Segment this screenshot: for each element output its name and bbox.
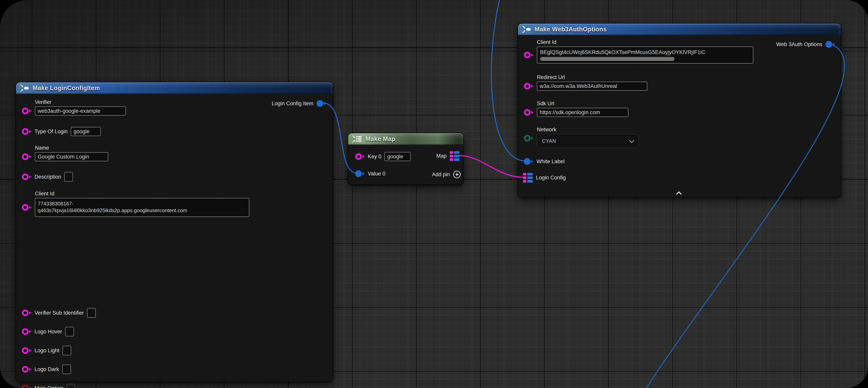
pin-label: Main Option [34,385,63,388]
map-output-pin[interactable] [450,151,459,161]
pin-row-logo-light: Logo Light [22,346,71,355]
field-group-verifier: Verifier web3auth-google-example [35,99,126,116]
verifier-input[interactable]: web3auth-google-example [35,107,126,116]
output-pin-label: Map [436,153,446,159]
output-row-web3auth-options: Web 3Auth Options [776,40,835,49]
node-title: Make Web3AuthOptions [534,26,607,33]
node-header-make-web3authoptions[interactable]: Make Web3AuthOptions [518,24,841,35]
pin-label: Sdk Url [537,100,554,107]
input-value: google [73,128,90,135]
verifier-pin[interactable] [22,108,31,114]
node-header-make-loginconfigitem[interactable]: Make LoginConfigItem [16,82,333,94]
node-title: Make LoginConfigItem [33,85,100,92]
output-pin-label: Login Config Item [272,100,313,107]
pin-row-login-config: Login Config [523,173,566,182]
login-config-pin[interactable] [523,173,533,183]
pin-label: Client Id [537,39,556,46]
verifier-sub-identifier-pin[interactable] [22,309,31,316]
main-option-checkbox[interactable] [66,384,75,388]
chevron-down-icon [629,138,634,143]
node-title: Make Map [365,136,395,143]
add-pin-label: Add pin [432,171,450,178]
node-make-map[interactable]: Make Map Key 0 google Map Value 0 Add pi… [348,133,464,185]
pin-label: Redirect Url [537,74,565,81]
add-pin-row[interactable]: Add pin [432,170,461,179]
make-struct-icon [522,25,531,33]
redirect-url-input[interactable]: w3a://com.w3a.Web3AuthUnreal [537,82,647,91]
name-pin[interactable] [22,153,31,160]
pin-row-main-option: Main Option [22,384,75,388]
sdk-url-input[interactable]: https://sdk.openlogin.com [537,108,628,117]
name-input[interactable]: Google Custom Login [35,152,108,161]
horizontal-scrollbar[interactable] [540,57,675,61]
network-pin[interactable] [524,135,533,142]
pin-row-value-0: Value 0 [355,169,385,178]
blueprint-graph-canvas[interactable]: Make LoginConfigItem Login Config Item V… [0,0,868,388]
input-value-line1: 774338308167- [38,200,247,207]
logo-dark-pin[interactable] [22,366,31,372]
input-value: https://sdk.openlogin.com [540,110,600,116]
client-id-pin[interactable] [22,204,31,211]
collapse-chevron-icon[interactable] [676,190,682,196]
wire-map-to-loginconfig[interactable] [459,155,524,177]
pin-label: Value 0 [368,171,385,177]
node-make-web3authoptions[interactable]: Make Web3AuthOptions Web 3Auth Options C… [518,23,841,198]
output-pin-label: Web 3Auth Options [776,41,822,48]
pin-label: Type Of Login [34,128,68,135]
logo-dark-input[interactable] [62,364,71,374]
pin-label: Logo Hover [34,328,62,335]
node-make-loginconfigitem[interactable]: Make LoginConfigItem Login Config Item V… [16,82,333,382]
sdk-url-pin[interactable] [524,109,533,116]
pin-label: White Label [536,158,565,165]
pin-row-logo-dark: Logo Dark [22,365,71,374]
input-value: web3auth-google-example [38,108,100,114]
main-option-pin[interactable] [22,385,31,388]
pin-label: Client Id [35,190,54,197]
field-group-network: Network CYAN [537,126,639,148]
pin-label: Name [35,145,49,151]
client-id-pin[interactable] [524,52,533,58]
field-group-redirect-url: Redirect Url w3a://com.w3a.Web3AuthUnrea… [537,74,647,91]
pin-label: Verifier [35,99,52,105]
pin-label: Verifier Sub Identifier [34,310,84,316]
client-id-input[interactable]: 774338308167- q463s7kpvja16l4l0kko3nb925… [35,198,249,217]
pin-row-verifier-sub-identifier: Verifier Sub Identifier [22,308,96,318]
type-of-login-pin[interactable] [22,128,31,135]
add-pin-icon[interactable] [453,171,461,178]
pin-row-white-label: White Label [524,157,565,166]
logo-light-pin[interactable] [22,347,31,354]
description-input[interactable] [64,172,73,182]
verifier-sub-identifier-input[interactable] [87,308,96,318]
pin-row-description: Description [22,172,73,181]
client-id-input[interactable]: BEglQSgt4cUWcj6SKRdu5QkOXTsePmMcusG5EAoy… [537,47,753,63]
output-row-login-config-item: Login Config Item [272,99,326,108]
make-struct-icon [20,84,29,92]
pin-label: Logo Light [34,348,59,354]
field-group-sdk-url: Sdk Url https://sdk.openlogin.com [537,100,628,117]
input-value: w3a://com.w3a.Web3AuthUnreal [540,83,617,89]
key-0-pin[interactable] [355,153,365,160]
input-value: Google Custom Login [38,154,89,160]
pin-label: Key 0 [368,153,381,160]
pin-row-type-of-login: Type Of Login google [22,127,101,136]
field-group-client-id: Client Id BEglQSgt4cUWcj6SKRdu5QkOXTsePm… [537,39,753,63]
input-value-line2: q463s7kpvja16l4l0kko3nb925ikds2p.apps.go… [38,207,247,214]
type-of-login-input[interactable]: google [71,127,101,136]
logo-hover-input[interactable] [65,327,74,336]
pin-label: Description [34,174,61,180]
output-row-map: Map [436,151,459,160]
description-pin[interactable] [22,174,31,180]
network-selected-value: CYAN [542,138,556,144]
pin-label: Login Config [536,175,566,181]
pin-label: Network [537,126,556,133]
logo-hover-pin[interactable] [22,328,31,335]
redirect-url-pin[interactable] [524,83,533,90]
field-group-name: Name Google Custom Login [35,145,108,161]
logo-light-input[interactable] [62,346,71,355]
network-dropdown[interactable]: CYAN [537,134,639,148]
input-value: BEglQSgt4cUWcj6SKRdu5QkOXTsePmMcusG5EAoy… [540,49,750,55]
pin-label: Logo Dark [34,366,59,372]
field-group-client-id: Client Id 774338308167- q463s7kpvja16l4l… [35,190,249,217]
node-header-make-map[interactable]: Make Map [348,133,463,145]
key-0-input[interactable]: google [384,152,410,161]
